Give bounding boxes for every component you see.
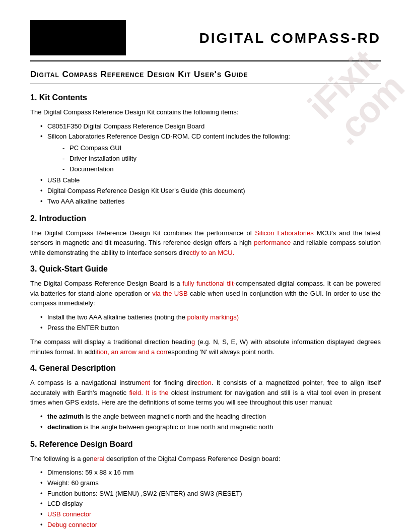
section-kit-contents: 1. Kit Contents The Digital Compass Refe…	[30, 93, 381, 207]
document-title-header: DIGITAL COMPASS-RD	[136, 20, 381, 46]
kit-contents-list: C8051F350 Digital Compass Reference Desi…	[30, 121, 381, 207]
section-5-intro: The following is a general description o…	[30, 454, 381, 464]
page: iFixit.com DIGITAL COMPASS-RD Digital Co…	[0, 0, 411, 532]
list-item: USB connector	[40, 509, 381, 520]
list-item: Dimensions: 59 x 88 x 16 mm	[40, 468, 381, 478]
list-item: LCD display	[40, 499, 381, 509]
list-item: C8051F350 Digital Compass Reference Desi…	[40, 121, 381, 132]
list-item: Two AAA alkaline batteries	[40, 196, 381, 207]
document-title: Digital Compass Reference Design Kit Use…	[30, 70, 381, 84]
list-item: Function buttons: SW1 (MENU) ,SW2 (ENTER…	[40, 489, 381, 499]
list-item: Driver installation utility	[62, 154, 381, 164]
reference-board-list: Dimensions: 59 x 88 x 16 mm Weight: 60 g…	[30, 468, 381, 532]
highlight-performance: performance	[254, 239, 291, 246]
list-item: Digital Compass Reference Design Kit Use…	[40, 186, 381, 196]
term-azimuth: the azimuth	[47, 413, 84, 420]
list-item: Silicon Laboratories Reference Design CD…	[40, 131, 381, 174]
cd-contents-list: PC Compass GUI Driver installation utili…	[47, 143, 381, 174]
term-declination: declination	[47, 423, 82, 431]
highlight-via-usb: via the USB	[152, 290, 187, 297]
section-3-para: The Digital Compass Reference Design Boa…	[30, 279, 381, 308]
highlight-eral: eral	[94, 455, 105, 462]
list-item: USB Cable	[40, 175, 381, 186]
list-item: the azimuth is the angle between magneti…	[40, 412, 381, 422]
list-item: PC Compass GUI	[62, 143, 381, 154]
highlight-ction: ction	[197, 379, 211, 386]
list-item: Documentation	[62, 164, 381, 175]
section-heading-5: 5. Reference Design Board	[30, 440, 381, 449]
section-4-para: A compass is a navigational instrument f…	[30, 378, 381, 408]
section-introduction: 2. Introduction The Digital Compass Refe…	[30, 214, 381, 258]
highlight-ment: ent	[141, 379, 150, 386]
highlight-field: field. It is the	[129, 389, 168, 396]
list-item: Debug connector	[40, 520, 381, 530]
content: 1. Kit Contents The Digital Compass Refe…	[30, 93, 381, 532]
section-heading-1: 1. Kit Contents	[30, 93, 381, 102]
quick-start-list: Install the two AAA alkaline batteries (…	[30, 312, 381, 334]
list-item: declination is the angle between geograp…	[40, 422, 381, 433]
highlight-polarity: polarity markings)	[187, 313, 239, 321]
section-heading-2: 2. Introduction	[30, 214, 381, 223]
list-item: Install the two AAA alkaline batteries (…	[40, 312, 381, 323]
list-item: Press the ENTER button	[40, 323, 381, 334]
section-1-intro: The Digital Compass Reference Design Kit…	[30, 107, 381, 117]
list-item: Weight: 60 grams	[40, 478, 381, 489]
header: DIGITAL COMPASS-RD	[30, 20, 381, 61]
highlight-silicon-labs: Silicon Laboratories	[255, 229, 314, 237]
highlight-addition: tion, an arrow and a corr	[97, 348, 168, 356]
section-2-para: The Digital Compass Reference Design Kit…	[30, 228, 381, 258]
section-heading-3: 3. Quick-Start Guide	[30, 264, 381, 274]
section-reference-design-board: 5. Reference Design Board The following …	[30, 440, 381, 532]
company-logo	[30, 20, 126, 55]
section-3-closing: The compass will display a traditional d…	[30, 337, 381, 357]
general-desc-list: the azimuth is the angle between magneti…	[30, 412, 381, 433]
section-heading-4: 4. General Description	[30, 364, 381, 373]
section-general-description: 4. General Description A compass is a na…	[30, 364, 381, 432]
highlight-ctly: ctly to an MCU.	[190, 249, 235, 256]
highlight-functional: fully functional tilt-	[182, 280, 235, 287]
section-quick-start: 3. Quick-Start Guide The Digital Compass…	[30, 264, 381, 357]
highlight-heading: g	[191, 338, 195, 346]
